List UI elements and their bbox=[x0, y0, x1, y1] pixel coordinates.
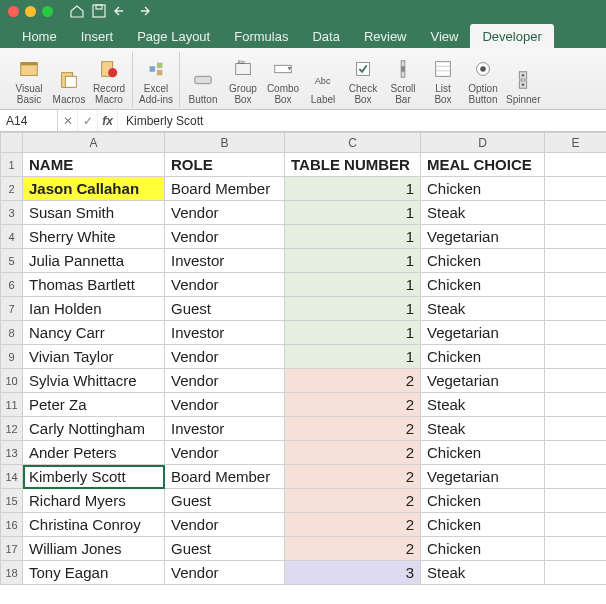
row-header[interactable]: 7 bbox=[1, 297, 23, 321]
cell[interactable] bbox=[545, 345, 607, 369]
cell-name[interactable]: Jason Callahan bbox=[23, 177, 165, 201]
spreadsheet[interactable]: ABCDE 1NAMEROLETABLE NUMBERMEAL CHOICE2J… bbox=[0, 132, 606, 585]
check-box-button[interactable]: CheckBox bbox=[346, 56, 380, 107]
cell-meal[interactable]: Chicken bbox=[421, 273, 545, 297]
tab-formulas[interactable]: Formulas bbox=[222, 24, 300, 48]
cell-name[interactable]: Ian Holden bbox=[23, 297, 165, 321]
cell-table-number[interactable]: 2 bbox=[285, 417, 421, 441]
cell-role[interactable]: Vendor bbox=[165, 513, 285, 537]
column-header-A[interactable]: A bbox=[23, 133, 165, 153]
list-box-button[interactable]: ListBox bbox=[426, 56, 460, 107]
cell-role[interactable]: Investor bbox=[165, 249, 285, 273]
redo-icon[interactable] bbox=[135, 3, 151, 19]
cell-table-number[interactable]: 2 bbox=[285, 513, 421, 537]
visual-basic-button[interactable]: VisualBasic bbox=[12, 56, 46, 107]
cell-table-number[interactable]: 1 bbox=[285, 345, 421, 369]
row-header[interactable]: 3 bbox=[1, 201, 23, 225]
cell-role[interactable]: Vendor bbox=[165, 441, 285, 465]
cell-meal[interactable]: Steak bbox=[421, 297, 545, 321]
cell[interactable] bbox=[545, 225, 607, 249]
row-header[interactable]: 6 bbox=[1, 273, 23, 297]
cell-name[interactable]: Carly Nottingham bbox=[23, 417, 165, 441]
cancel-icon[interactable]: ✕ bbox=[58, 110, 78, 131]
cell-table-number[interactable]: 2 bbox=[285, 489, 421, 513]
row-header[interactable]: 14 bbox=[1, 465, 23, 489]
tab-page-layout[interactable]: Page Layout bbox=[125, 24, 222, 48]
combo-box-button[interactable]: ComboBox bbox=[266, 56, 300, 107]
cell-name[interactable]: Julia Pannetta bbox=[23, 249, 165, 273]
column-header-B[interactable]: B bbox=[165, 133, 285, 153]
maximize-icon[interactable] bbox=[42, 6, 53, 17]
excel-addins-button[interactable]: ExcelAdd-ins bbox=[139, 56, 173, 107]
cell-name[interactable]: Tony Eagan bbox=[23, 561, 165, 585]
cell[interactable] bbox=[545, 441, 607, 465]
cell-name[interactable]: William Jones bbox=[23, 537, 165, 561]
select-all-corner[interactable] bbox=[1, 133, 23, 153]
cell-name[interactable]: Thomas Bartlett bbox=[23, 273, 165, 297]
cell-table-number[interactable]: 3 bbox=[285, 561, 421, 585]
cell[interactable] bbox=[545, 417, 607, 441]
row-header[interactable]: 16 bbox=[1, 513, 23, 537]
cell-meal[interactable]: Steak bbox=[421, 393, 545, 417]
cell-name[interactable]: Christina Conroy bbox=[23, 513, 165, 537]
cell-table-number[interactable]: 1 bbox=[285, 177, 421, 201]
cell[interactable] bbox=[545, 273, 607, 297]
cell-role[interactable]: Board Member bbox=[165, 177, 285, 201]
row-header[interactable]: 4 bbox=[1, 225, 23, 249]
cell[interactable] bbox=[545, 321, 607, 345]
button-button[interactable]: Button bbox=[186, 67, 220, 108]
column-header-E[interactable]: E bbox=[545, 133, 607, 153]
label-button[interactable]: AbcLabel bbox=[306, 67, 340, 108]
cell-name[interactable]: Kimberly Scott bbox=[23, 465, 165, 489]
cell-meal[interactable]: Chicken bbox=[421, 441, 545, 465]
cell[interactable] bbox=[545, 201, 607, 225]
column-header-D[interactable]: D bbox=[421, 133, 545, 153]
cell[interactable]: NAME bbox=[23, 153, 165, 177]
row-header[interactable]: 9 bbox=[1, 345, 23, 369]
cell[interactable] bbox=[545, 537, 607, 561]
row-header[interactable]: 1 bbox=[1, 153, 23, 177]
cell-table-number[interactable]: 2 bbox=[285, 441, 421, 465]
row-header[interactable]: 15 bbox=[1, 489, 23, 513]
cell-role[interactable]: Vendor bbox=[165, 393, 285, 417]
cell[interactable] bbox=[545, 369, 607, 393]
cell[interactable] bbox=[545, 561, 607, 585]
cell-name[interactable]: Richard Myers bbox=[23, 489, 165, 513]
row-header[interactable]: 12 bbox=[1, 417, 23, 441]
column-header-C[interactable]: C bbox=[285, 133, 421, 153]
group-box-button[interactable]: AbcGroupBox bbox=[226, 56, 260, 107]
cell-role[interactable]: Investor bbox=[165, 417, 285, 441]
confirm-icon[interactable]: ✓ bbox=[78, 110, 98, 131]
cell-table-number[interactable]: 2 bbox=[285, 393, 421, 417]
cell-meal[interactable]: Vegetarian bbox=[421, 225, 545, 249]
cell[interactable] bbox=[545, 153, 607, 177]
cell-name[interactable]: Vivian Taylor bbox=[23, 345, 165, 369]
row-header[interactable]: 13 bbox=[1, 441, 23, 465]
cell[interactable] bbox=[545, 513, 607, 537]
tab-data[interactable]: Data bbox=[300, 24, 351, 48]
row-header[interactable]: 17 bbox=[1, 537, 23, 561]
minimize-icon[interactable] bbox=[25, 6, 36, 17]
cell-name[interactable]: Ander Peters bbox=[23, 441, 165, 465]
row-header[interactable]: 2 bbox=[1, 177, 23, 201]
cell[interactable] bbox=[545, 177, 607, 201]
macros-button[interactable]: Macros bbox=[52, 67, 86, 108]
cell-table-number[interactable]: 1 bbox=[285, 249, 421, 273]
cell-role[interactable]: Guest bbox=[165, 489, 285, 513]
cell-role[interactable]: Vendor bbox=[165, 369, 285, 393]
cell-meal[interactable]: Steak bbox=[421, 417, 545, 441]
cell-meal[interactable]: Chicken bbox=[421, 345, 545, 369]
cell-role[interactable]: Investor bbox=[165, 321, 285, 345]
scroll-bar-button[interactable]: ScrollBar bbox=[386, 56, 420, 107]
cell-meal[interactable]: Chicken bbox=[421, 537, 545, 561]
cell[interactable] bbox=[545, 465, 607, 489]
cell-role[interactable]: Guest bbox=[165, 297, 285, 321]
cell-role[interactable]: Vendor bbox=[165, 273, 285, 297]
fx-icon[interactable]: fx bbox=[98, 110, 118, 131]
cell-name[interactable]: Peter Za bbox=[23, 393, 165, 417]
cell[interactable] bbox=[545, 393, 607, 417]
cell-role[interactable]: Vendor bbox=[165, 345, 285, 369]
cell-meal[interactable]: Chicken bbox=[421, 249, 545, 273]
cell-meal[interactable]: Vegetarian bbox=[421, 321, 545, 345]
tab-home[interactable]: Home bbox=[10, 24, 69, 48]
